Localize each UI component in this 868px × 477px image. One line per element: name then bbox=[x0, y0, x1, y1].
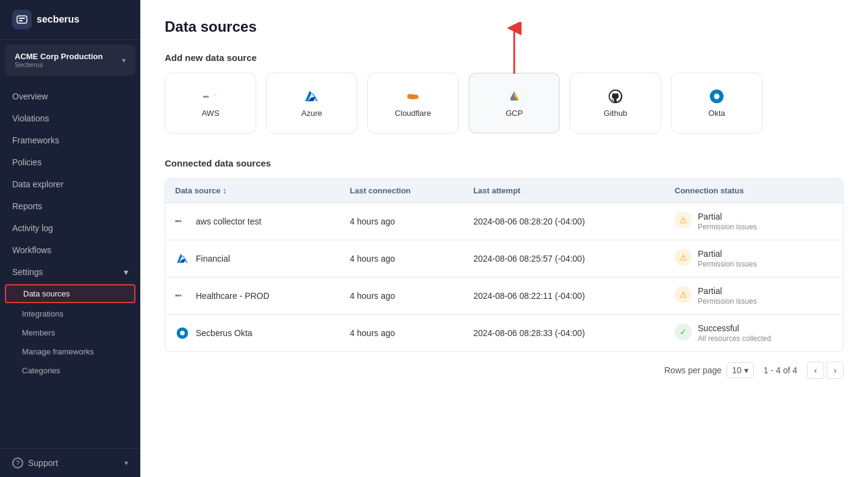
last-attempt-cell: 2024-08-06 08:25:57 (-04:00) bbox=[464, 240, 665, 278]
last-attempt-cell: 2024-08-06 08:22:11 (-04:00) bbox=[464, 278, 665, 315]
gcp-label: GCP bbox=[506, 109, 523, 118]
sidebar-item-reports[interactable]: Reports bbox=[0, 195, 140, 217]
rows-per-page: Rows per page 10 ▾ bbox=[664, 362, 754, 378]
col-data-source[interactable]: Data source ↕ bbox=[165, 179, 340, 203]
support-label: Support bbox=[28, 458, 58, 468]
cloudflare-label: Cloudflare bbox=[395, 109, 431, 118]
datasource-cell: Secberus Okta bbox=[175, 326, 331, 340]
status-main: Partial bbox=[698, 212, 757, 221]
svg-text:aws: aws bbox=[175, 219, 182, 223]
warning-icon: ⚠ bbox=[675, 249, 692, 266]
table-row: Financial 4 hours ago 2024-08-06 08:25:5… bbox=[165, 240, 843, 278]
reports-label: Reports bbox=[12, 201, 42, 211]
last-connection-cell: 4 hours ago bbox=[340, 278, 464, 315]
last-connection-cell: 4 hours ago bbox=[340, 240, 464, 278]
status-text: Partial Permission issues bbox=[698, 212, 757, 231]
settings-label: Settings bbox=[12, 267, 43, 277]
source-card-cloudflare[interactable]: Cloudflare bbox=[367, 73, 459, 134]
pagination: Rows per page 10 ▾ 1 - 4 of 4 ‹ › bbox=[165, 362, 844, 379]
sidebar-item-manage-frameworks[interactable]: Manage frameworks bbox=[0, 342, 140, 361]
page-range: 1 - 4 of 4 bbox=[764, 365, 797, 375]
sidebar-item-data-sources[interactable]: Data sources bbox=[5, 284, 135, 303]
violations-label: Violations bbox=[12, 113, 49, 123]
rows-per-page-label: Rows per page bbox=[664, 365, 722, 375]
last-attempt-cell: 2024-08-06 08:28:33 (-04:00) bbox=[464, 315, 665, 352]
next-page-button[interactable]: › bbox=[827, 362, 844, 379]
datasource-icon: aws bbox=[175, 214, 190, 229]
status-cell: ⚠ Partial Permission issues bbox=[675, 212, 833, 231]
sidebar-item-workflows[interactable]: Workflows bbox=[0, 239, 140, 261]
status-text: Partial Permission issues bbox=[698, 286, 757, 306]
col-connection-status: Connection status bbox=[665, 179, 843, 203]
connected-sources-section: Connected data sources Data source ↕ Las… bbox=[165, 158, 844, 379]
gcp-icon bbox=[507, 89, 522, 104]
main-content: Data sources Add new data source aws AWS bbox=[140, 0, 868, 477]
connected-sources-title: Connected data sources bbox=[165, 158, 844, 168]
svg-rect-0 bbox=[17, 16, 27, 23]
chevron-down-icon: ▾ bbox=[122, 56, 126, 65]
datasource-icon bbox=[175, 326, 190, 340]
svg-text:aws: aws bbox=[203, 95, 209, 98]
cloudflare-icon bbox=[406, 89, 420, 104]
sidebar-item-categories[interactable]: Categories bbox=[0, 361, 140, 380]
status-sub: Permission issues bbox=[698, 260, 757, 268]
sidebar-item-data-explorer[interactable]: Data explorer bbox=[0, 173, 140, 195]
settings-subnav: Data sources Integrations Members Manage… bbox=[0, 284, 140, 380]
svg-point-15 bbox=[714, 93, 720, 99]
datasource-name: Financial bbox=[196, 254, 230, 264]
svg-point-22 bbox=[180, 331, 185, 335]
datasource-cell: aws Healthcare - PROD bbox=[175, 289, 331, 303]
prev-page-button[interactable]: ‹ bbox=[807, 362, 824, 379]
sidebar-footer[interactable]: ? Support ▾ bbox=[0, 448, 140, 477]
sidebar-item-settings[interactable]: Settings ▾ bbox=[0, 261, 140, 283]
okta-label: Okta bbox=[708, 109, 725, 118]
logo-icon bbox=[12, 10, 32, 29]
source-card-azure[interactable]: Azure bbox=[266, 73, 357, 134]
sidebar-item-overview[interactable]: Overview bbox=[0, 85, 140, 107]
status-cell: ✓ Successful All resources collected bbox=[675, 323, 833, 343]
settings-chevron-icon: ▾ bbox=[124, 267, 128, 277]
svg-text:aws: aws bbox=[175, 293, 182, 297]
table-header-row: Data source ↕ Last connection Last attem… bbox=[165, 179, 843, 203]
sidebar-item-integrations[interactable]: Integrations bbox=[0, 304, 140, 323]
source-card-okta[interactable]: Okta bbox=[671, 73, 762, 134]
status-main: Partial bbox=[698, 249, 757, 259]
source-card-github[interactable]: Github bbox=[570, 73, 661, 134]
sidebar-item-policies[interactable]: Policies bbox=[0, 151, 140, 173]
status-sub: Permission issues bbox=[698, 297, 757, 306]
logo-text: secberus bbox=[37, 14, 79, 25]
col-last-attempt: Last attempt bbox=[464, 179, 665, 203]
last-attempt-cell: 2024-08-06 08:28:20 (-04:00) bbox=[464, 203, 665, 240]
nav-list: Overview Violations Frameworks Policies … bbox=[0, 81, 140, 448]
page-nav: ‹ › bbox=[807, 362, 844, 379]
datasource-cell: Financial bbox=[175, 251, 331, 266]
source-card-gcp[interactable]: GCP bbox=[468, 73, 560, 134]
source-card-aws[interactable]: aws AWS bbox=[165, 73, 256, 134]
sidebar-item-frameworks[interactable]: Frameworks bbox=[0, 129, 140, 151]
aws-icon: aws bbox=[203, 89, 218, 104]
rows-per-page-select[interactable]: 10 ▾ bbox=[726, 362, 754, 378]
table-row: Secberus Okta 4 hours ago 2024-08-06 08:… bbox=[165, 315, 843, 352]
sidebar-item-members[interactable]: Members bbox=[0, 323, 140, 342]
workspace-name: ACME Corp Production bbox=[15, 52, 102, 61]
svg-rect-1 bbox=[19, 18, 25, 19]
okta-icon bbox=[709, 89, 724, 104]
source-cards-container: aws AWS Azure bbox=[165, 73, 844, 134]
sidebar: secberus ACME Corp Production Secberus ▾… bbox=[0, 0, 140, 477]
success-icon: ✓ bbox=[675, 323, 692, 340]
table-row: aws Healthcare - PROD 4 hours ago 2024-0… bbox=[165, 278, 843, 315]
github-icon bbox=[608, 89, 623, 104]
datasource-name: Secberus Okta bbox=[196, 328, 253, 338]
warning-icon: ⚠ bbox=[675, 212, 692, 229]
col-last-connection: Last connection bbox=[340, 179, 464, 203]
page-title: Data sources bbox=[165, 18, 844, 35]
sidebar-item-violations[interactable]: Violations bbox=[0, 107, 140, 129]
status-sub: Permission issues bbox=[698, 223, 757, 231]
last-connection-cell: 4 hours ago bbox=[340, 315, 464, 352]
add-source-title: Add new data source bbox=[165, 52, 844, 63]
activity-log-label: Activity log bbox=[12, 223, 53, 233]
rows-per-page-value: 10 bbox=[732, 365, 742, 375]
workspace-selector[interactable]: ACME Corp Production Secberus ▾ bbox=[5, 45, 135, 76]
sidebar-item-activity-log[interactable]: Activity log bbox=[0, 217, 140, 239]
frameworks-label: Frameworks bbox=[12, 135, 59, 145]
